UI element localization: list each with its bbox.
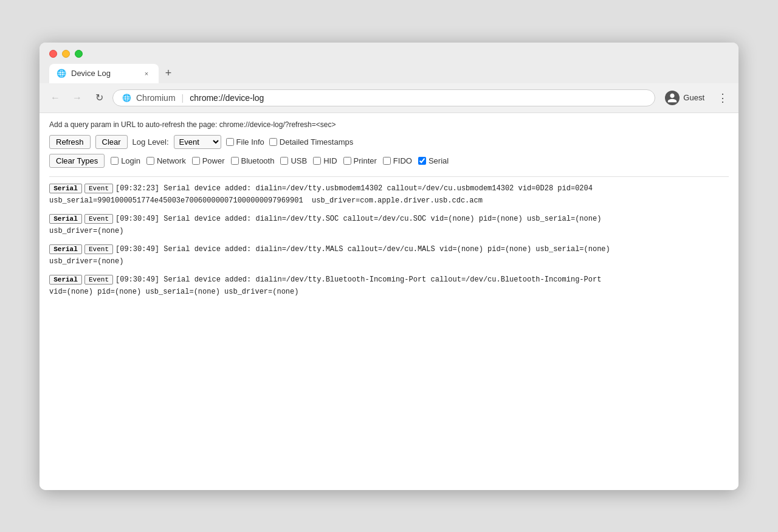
printer-type-label[interactable]: Printer [343, 156, 377, 165]
power-type-label[interactable]: Power [192, 156, 225, 165]
login-type-checkbox[interactable] [111, 157, 119, 165]
log-tag-serial: Serial [49, 275, 82, 285]
log-entry: Serial Event [09:32:23] Serial device ad… [49, 183, 729, 206]
log-entry-header: Serial Event [09:30:49] Serial device ad… [49, 213, 729, 224]
printer-type-checkbox[interactable] [343, 157, 351, 165]
log-event-tag: Event [84, 184, 113, 193]
forward-button[interactable]: → [69, 89, 86, 106]
log-event-tag: Event [84, 214, 113, 224]
address-chromium-label: Chromium [136, 93, 176, 103]
new-tab-button[interactable]: + [160, 65, 177, 82]
power-type-checkbox[interactable] [192, 157, 200, 165]
log-level-select[interactable]: Event Debug Info Warning Error [174, 135, 221, 149]
reload-button[interactable]: ↻ [91, 89, 108, 106]
browser-window: 🌐 Device Log × + ← → ↻ 🌐 Chromium | chro… [40, 43, 738, 490]
log-text: [09:30:49] Serial device added: dialin=/… [115, 213, 601, 224]
tab-favicon-icon: 🌐 [57, 69, 66, 78]
log-entry: Serial Event [09:30:49] Serial device ad… [49, 244, 729, 267]
log-level-label: Log Level: [133, 137, 169, 147]
log-event-tag: Event [84, 244, 113, 254]
log-tag-serial: Serial [49, 214, 82, 224]
log-tag-serial: Serial [49, 184, 82, 193]
log-event-tag: Event [84, 275, 113, 285]
page-content: Add a query param in URL to auto-refresh… [40, 113, 738, 490]
tabs-row: 🌐 Device Log × + [49, 64, 729, 83]
clear-button[interactable]: Clear [95, 135, 128, 149]
address-favicon-icon: 🌐 [122, 93, 131, 103]
account-label: Guest [683, 93, 704, 102]
file-info-checkbox[interactable] [226, 138, 234, 146]
log-entries-container: Serial Event [09:32:23] Serial device ad… [49, 183, 729, 297]
network-type-checkbox[interactable] [146, 157, 154, 165]
account-button[interactable]: Guest [660, 88, 709, 108]
nav-bar: ← → ↻ 🌐 Chromium | chrome://device-log G… [40, 83, 738, 113]
maximize-window-button[interactable] [75, 50, 83, 58]
nav-right: Guest ⋮ [660, 88, 731, 108]
tab-title: Device Log [71, 69, 137, 78]
log-line2: vid=(none) pid=(none) usb_serial=(none) … [49, 286, 729, 297]
close-window-button[interactable] [49, 50, 57, 58]
detailed-timestamps-checkbox[interactable] [269, 138, 277, 146]
address-separator: | [182, 93, 184, 103]
active-tab[interactable]: 🌐 Device Log × [49, 64, 159, 83]
fido-type-checkbox[interactable] [383, 157, 391, 165]
back-button[interactable]: ← [47, 89, 64, 106]
bluetooth-type-checkbox[interactable] [231, 157, 239, 165]
refresh-button[interactable]: Refresh [49, 135, 91, 149]
log-line2: usb_driver=(none) [49, 226, 729, 237]
log-line2: usb_driver=(none) [49, 256, 729, 267]
info-bar: Add a query param in URL to auto-refresh… [49, 120, 729, 129]
close-tab-button[interactable]: × [142, 69, 151, 78]
serial-type-checkbox[interactable] [418, 157, 426, 165]
usb-type-label[interactable]: USB [280, 156, 307, 165]
account-avatar-icon [665, 91, 680, 105]
log-entry: Serial Event [09:30:49] Serial device ad… [49, 274, 729, 297]
log-line2: usb_serial=9901000051774e45003e700600000… [49, 195, 729, 206]
log-text: [09:30:49] Serial device added: dialin=/… [115, 244, 610, 255]
log-entry-header: Serial Event [09:30:49] Serial device ad… [49, 244, 729, 255]
usb-type-checkbox[interactable] [280, 157, 288, 165]
traffic-lights [49, 50, 729, 58]
title-bar: 🌐 Device Log × + [40, 43, 738, 83]
log-entry-header: Serial Event [09:32:23] Serial device ad… [49, 183, 729, 194]
file-info-checkbox-label[interactable]: File Info [226, 137, 264, 147]
hid-type-checkbox[interactable] [313, 157, 321, 165]
controls-row: Refresh Clear Log Level: Event Debug Inf… [49, 135, 729, 149]
content-divider [49, 176, 729, 177]
address-bar[interactable]: 🌐 Chromium | chrome://device-log [112, 89, 655, 106]
login-type-label[interactable]: Login [111, 156, 140, 165]
types-row: Clear Types Login Network Power Bluetoot… [49, 154, 729, 168]
log-text: [09:30:49] Serial device added: dialin=/… [115, 274, 601, 285]
bluetooth-type-label[interactable]: Bluetooth [231, 156, 275, 165]
minimize-window-button[interactable] [62, 50, 70, 58]
log-text: [09:32:23] Serial device added: dialin=/… [115, 183, 593, 194]
clear-types-button[interactable]: Clear Types [49, 154, 105, 168]
log-tag-serial: Serial [49, 244, 82, 254]
address-url: chrome://device-log [190, 93, 264, 103]
log-entry-header: Serial Event [09:30:49] Serial device ad… [49, 274, 729, 285]
hid-type-label[interactable]: HID [313, 156, 337, 165]
browser-menu-button[interactable]: ⋮ [714, 89, 731, 106]
detailed-timestamps-checkbox-label[interactable]: Detailed Timestamps [269, 137, 353, 147]
log-entry: Serial Event [09:30:49] Serial device ad… [49, 213, 729, 237]
serial-type-label[interactable]: Serial [418, 156, 449, 165]
network-type-label[interactable]: Network [146, 156, 186, 165]
fido-type-label[interactable]: FIDO [383, 156, 412, 165]
